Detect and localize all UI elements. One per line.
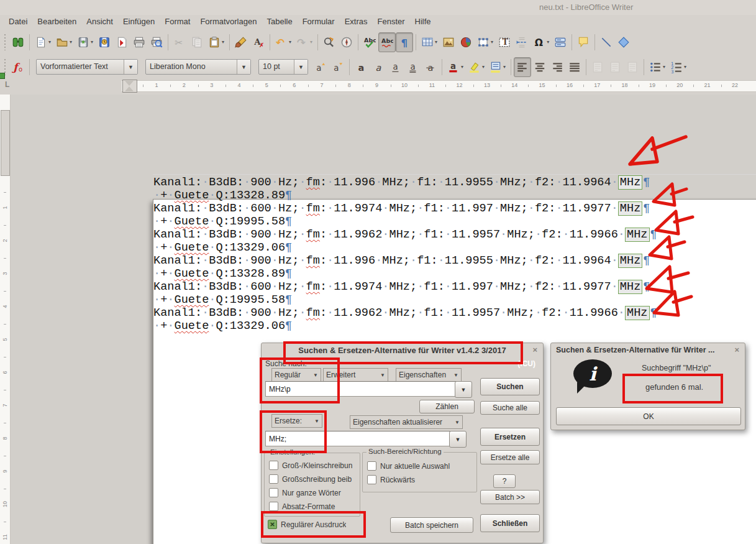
- insert-field-icon[interactable]: [552, 32, 569, 52]
- insert-textbox-icon[interactable]: T: [496, 32, 513, 52]
- menu-datei[interactable]: Datei: [4, 17, 32, 26]
- tab-stop-selector[interactable]: L: [5, 80, 9, 89]
- superscript-icon[interactable]: a: [312, 57, 329, 77]
- bullet-list-icon[interactable]: ▾: [647, 57, 668, 77]
- insert-image-icon[interactable]: [440, 32, 457, 52]
- replace-mode-combo[interactable]: Ersetze:▼: [271, 414, 322, 428]
- formula-f0-icon[interactable]: ƒo: [9, 57, 27, 77]
- print-icon[interactable]: [130, 32, 148, 52]
- align-center-icon[interactable]: [531, 57, 549, 77]
- setting-row[interactable]: Absatz-Formate: [269, 502, 356, 511]
- setting-row[interactable]: Nur ganze Wörter: [269, 488, 356, 497]
- align-right-icon[interactable]: [549, 57, 566, 77]
- dropdown-arrow-icon[interactable]: ▾: [663, 64, 665, 70]
- scope-row[interactable]: Rückwärts: [367, 475, 473, 484]
- font-name-combo[interactable]: Liberation Mono▼: [145, 59, 251, 75]
- export-pdf-icon[interactable]: [113, 32, 130, 52]
- replace-history-dropdown[interactable]: ▼: [449, 431, 467, 448]
- chevron-down-icon[interactable]: ▼: [314, 418, 319, 424]
- batch-button[interactable]: Batch >>: [480, 490, 540, 504]
- print-preview-icon[interactable]: [148, 32, 165, 52]
- search-input[interactable]: MHz\p: [265, 381, 456, 397]
- dropdown-arrow-icon[interactable]: ▾: [91, 39, 93, 45]
- toolbar-handle[interactable]: [3, 34, 7, 50]
- close-icon[interactable]: ×: [734, 345, 739, 354]
- find-replace-icon[interactable]: [321, 32, 338, 52]
- setting-checkbox[interactable]: [269, 461, 278, 470]
- save-icon[interactable]: ▾: [75, 32, 96, 52]
- replace-input[interactable]: MHz;: [265, 431, 450, 446]
- regex-checkbox[interactable]: ✕: [268, 520, 277, 529]
- menu-fenster[interactable]: Fenster: [373, 17, 410, 26]
- basic-shapes-icon[interactable]: [615, 32, 632, 52]
- first-line-indent-marker[interactable]: [125, 81, 134, 86]
- search-history-dropdown[interactable]: ▼: [455, 381, 472, 398]
- replace-all-button[interactable]: Ersetze alle: [480, 450, 540, 464]
- highlight-color-icon[interactable]: ▾: [466, 57, 487, 77]
- dropdown-arrow-icon[interactable]: ▾: [435, 39, 437, 45]
- regex-checkbox-row[interactable]: ✕ Regulärer Ausdruck: [268, 520, 346, 529]
- special-character-icon[interactable]: Ω▾: [531, 32, 552, 52]
- horizontal-ruler[interactable]: 12345678910111213141516171819202122: [122, 80, 756, 92]
- dropdown-arrow-icon[interactable]: ▾: [289, 39, 291, 45]
- undo-icon[interactable]: ↶▾: [273, 32, 294, 52]
- char-background-icon[interactable]: ▾: [487, 57, 508, 77]
- insert-table-icon[interactable]: ▾: [419, 32, 440, 52]
- close-icon[interactable]: ×: [532, 345, 537, 354]
- insert-comment-icon[interactable]: [575, 32, 592, 52]
- dropdown-arrow-icon[interactable]: ▾: [222, 39, 224, 45]
- batch-save-button[interactable]: Batch speichern: [390, 517, 473, 533]
- clone-formatting-icon[interactable]: [232, 32, 250, 52]
- numbered-list-icon[interactable]: 123▾: [668, 57, 689, 77]
- menu-formatvorlagen[interactable]: Formatvorlagen: [195, 17, 262, 26]
- auto-spellcheck-icon[interactable]: Abc: [378, 32, 396, 52]
- search-mode-combo[interactable]: Regulär▼: [271, 368, 321, 382]
- menu-formular[interactable]: Formular: [298, 17, 340, 26]
- paste-icon[interactable]: ▾: [206, 32, 227, 52]
- left-indent-marker[interactable]: [125, 86, 134, 91]
- save-as-icon[interactable]: [96, 32, 113, 52]
- font-color-icon[interactable]: a▾: [445, 57, 466, 77]
- menu-einfgen[interactable]: Einfügen: [118, 17, 160, 26]
- close-dialog-button[interactable]: Schließen: [480, 514, 540, 532]
- dropdown-arrow-icon[interactable]: ▾: [482, 64, 485, 70]
- replace-button[interactable]: Ersetzen: [480, 428, 540, 446]
- menu-tabelle[interactable]: Tabelle: [262, 17, 297, 26]
- dropdown-arrow-icon[interactable]: ▾: [491, 39, 493, 45]
- insert-frame-icon[interactable]: ▾: [475, 32, 496, 52]
- insert-chart-icon[interactable]: [457, 32, 475, 52]
- formatting-marks-icon[interactable]: ¶: [396, 32, 413, 52]
- chevron-down-icon[interactable]: ▼: [294, 60, 307, 74]
- document-text[interactable]: Kanal1:·B3dB:·900·Hz;·fm:·11.996·MHz;·f1…: [153, 176, 657, 333]
- double-underline-icon[interactable]: a: [404, 57, 422, 77]
- dropdown-arrow-icon[interactable]: ▾: [48, 39, 51, 45]
- properties-combo[interactable]: Eigenschaften▼: [396, 368, 462, 382]
- bold-icon[interactable]: a: [352, 57, 370, 77]
- setting-row[interactable]: Großschreibung beib: [269, 474, 356, 484]
- count-button[interactable]: Zählen: [419, 400, 475, 413]
- scope-row[interactable]: Nur aktuelle Auswahl: [367, 461, 473, 471]
- help-button[interactable]: ?: [493, 474, 516, 488]
- subscript-icon[interactable]: a: [329, 57, 347, 77]
- font-size-combo[interactable]: 10 pt▼: [258, 59, 308, 75]
- chevron-down-icon[interactable]: ▼: [455, 420, 460, 425]
- ok-button[interactable]: OK: [556, 407, 741, 425]
- dropdown-arrow-icon[interactable]: ▾: [503, 64, 506, 70]
- underline-icon[interactable]: a: [387, 57, 404, 77]
- menu-hilfe[interactable]: Hilfe: [410, 17, 436, 26]
- search-button[interactable]: Suchen: [480, 378, 540, 395]
- insert-line-icon[interactable]: [598, 32, 615, 52]
- spelling-icon[interactable]: Abc: [361, 32, 378, 52]
- dropdown-arrow-icon[interactable]: ▾: [461, 64, 463, 70]
- search-replace-dialog[interactable]: Suchen & Ersetzen-Alternative für Writer…: [261, 343, 544, 543]
- align-justify-icon[interactable]: [566, 57, 583, 77]
- vertical-ruler[interactable]: 1234567891011: [0, 95, 11, 544]
- clear-formatting-icon[interactable]: A✗: [250, 32, 267, 52]
- scope-checkbox[interactable]: [367, 475, 376, 484]
- open-icon[interactable]: ▾: [53, 32, 75, 52]
- search-result-info-dialog[interactable]: Suchen & Ersetzen-Alternative für Writer…: [550, 343, 745, 430]
- page-break-icon[interactable]: [513, 32, 531, 52]
- dropdown-arrow-icon[interactable]: ▾: [310, 39, 312, 45]
- menu-format[interactable]: Format: [160, 17, 195, 26]
- align-left-icon[interactable]: [514, 57, 531, 77]
